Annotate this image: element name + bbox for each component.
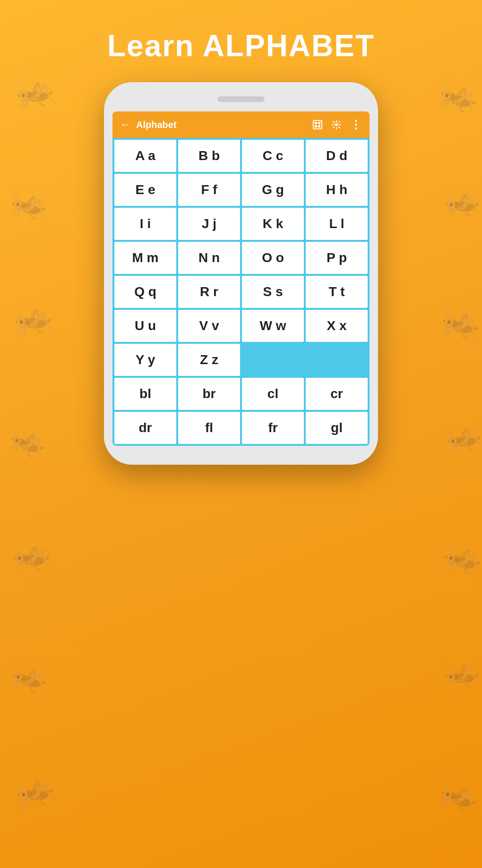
svg-text:🦗: 🦗	[433, 69, 482, 119]
grid-cell[interactable]: P p	[306, 242, 368, 274]
svg-rect-17	[315, 125, 317, 128]
grid-cell[interactable]: I i	[114, 208, 176, 240]
grid-cell[interactable]: L l	[306, 208, 368, 240]
svg-text:🦗: 🦗	[3, 416, 52, 463]
svg-rect-18	[318, 125, 320, 128]
svg-point-19	[335, 123, 338, 126]
svg-text:🦗: 🦗	[8, 764, 60, 814]
svg-rect-16	[318, 122, 320, 124]
svg-text:🦗: 🦗	[7, 181, 52, 223]
svg-rect-14	[313, 120, 322, 129]
grid-cell[interactable]: U u	[114, 310, 176, 342]
svg-text:🦗: 🦗	[436, 296, 482, 344]
grid-cell[interactable]: V v	[178, 310, 240, 342]
phone-speaker	[217, 96, 265, 102]
svg-text:🦗: 🦗	[439, 179, 482, 222]
toolbar-icon-more[interactable]: ⋮	[349, 118, 362, 131]
toolbar-icon-1[interactable]	[311, 118, 324, 131]
grid-cell[interactable]: br	[178, 378, 240, 410]
grid-cell[interactable]: H h	[306, 174, 368, 206]
grid-cell[interactable]: J j	[178, 208, 240, 240]
grid-cell[interactable]: T t	[306, 276, 368, 308]
svg-text:🦗: 🦗	[438, 412, 482, 459]
grid-cell[interactable]	[242, 344, 304, 376]
grid-cell[interactable]: W w	[242, 310, 304, 342]
svg-text:🦗: 🦗	[7, 531, 54, 577]
grid-cell[interactable]: N n	[178, 242, 240, 274]
grid-cell[interactable]: O o	[242, 242, 304, 274]
grid-cell[interactable]: D d	[306, 140, 368, 172]
svg-rect-15	[315, 122, 317, 124]
grid-cell[interactable]: G g	[242, 174, 304, 206]
grid-cell[interactable]: M m	[114, 242, 176, 274]
grid-cell[interactable]: cl	[242, 378, 304, 410]
svg-text:🦗: 🦗	[433, 768, 482, 818]
back-button[interactable]: ←	[120, 119, 130, 131]
grid-cell[interactable]	[306, 344, 368, 376]
grid-cell[interactable]: B b	[178, 140, 240, 172]
grid-cell[interactable]: fr	[242, 412, 304, 444]
page-title: Learn ALPHABET	[107, 28, 375, 63]
toolbar-icon-settings[interactable]	[330, 118, 343, 131]
svg-text:🦗: 🦗	[9, 66, 60, 115]
grid-cell[interactable]: X x	[306, 310, 368, 342]
toolbar-title: Alphabet	[136, 119, 305, 130]
grid-cell[interactable]: K k	[242, 208, 304, 240]
alphabet-grid: A aB bC cD dE eF fG gH hI iJ jK kL lM mN…	[112, 138, 370, 446]
grid-cell[interactable]: bl	[114, 378, 176, 410]
grid-cell[interactable]: S s	[242, 276, 304, 308]
grid-cell[interactable]: fl	[178, 412, 240, 444]
grid-cell[interactable]: cr	[306, 378, 368, 410]
grid-cell[interactable]: Q q	[114, 276, 176, 308]
svg-text:🦗: 🦗	[439, 533, 482, 579]
grid-cell[interactable]: Z z	[178, 344, 240, 376]
app-toolbar: ← Alphabet ⋮	[112, 111, 370, 138]
svg-text:🦗: 🦗	[438, 650, 482, 695]
phone-frame: ← Alphabet ⋮ A aB bC cD dE	[104, 82, 378, 465]
grid-cell[interactable]: C c	[242, 140, 304, 172]
grid-cell[interactable]: A a	[114, 140, 176, 172]
phone-screen: ← Alphabet ⋮ A aB bC cD dE	[112, 111, 370, 446]
grid-cell[interactable]: Y y	[114, 344, 176, 376]
grid-cell[interactable]: gl	[306, 412, 368, 444]
svg-text:🦗: 🦗	[6, 653, 53, 697]
grid-cell[interactable]: R r	[178, 276, 240, 308]
grid-cell[interactable]: F f	[178, 174, 240, 206]
svg-text:🦗: 🦗	[8, 293, 57, 341]
grid-cell[interactable]: E e	[114, 174, 176, 206]
grid-cell[interactable]: dr	[114, 412, 176, 444]
